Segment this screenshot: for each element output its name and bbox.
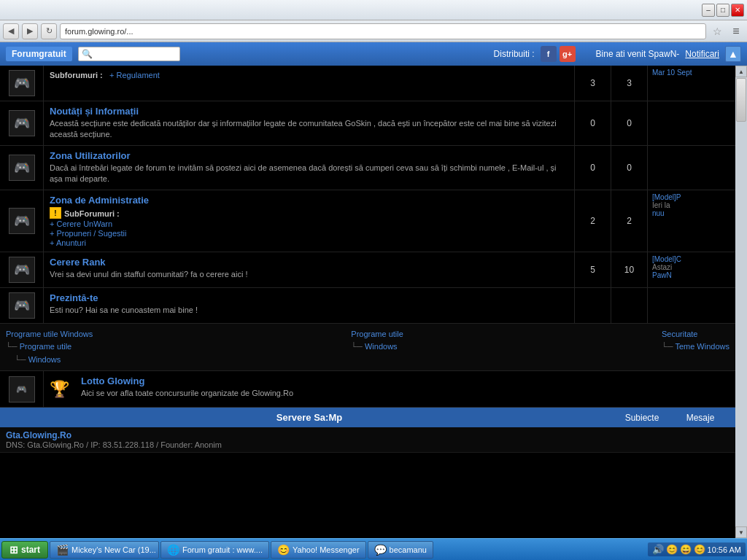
- forward-button[interactable]: ▶: [22, 23, 38, 39]
- close-button[interactable]: ✕: [731, 4, 744, 17]
- forum-icon-prezinta: 🎮: [0, 288, 44, 323]
- cs-icon-rank: 🎮: [9, 257, 35, 283]
- servers-title: Servere Sa:Mp: [6, 412, 613, 423]
- title-bar: – □ ✕: [0, 0, 747, 20]
- cat-sub1-center[interactable]: Windows: [365, 342, 398, 351]
- forum-desc-prezinta: Esti nou? Hai sa ne cunoastem mai bine !: [50, 305, 568, 316]
- last-post-user-3: nuu: [652, 209, 665, 217]
- distribuiti-label: Distribuiti :: [494, 49, 535, 59]
- forum-info-noutati: Noutăți și Informații Această secțiune e…: [44, 101, 575, 145]
- forum-count-posts-0: 3: [611, 66, 648, 101]
- taskbar-item-3[interactable]: 💬 becamanu: [368, 541, 433, 559]
- taskbar-icon-1: 🌐: [167, 544, 179, 556]
- taskbar-label-0: Mickey's New Car (19...: [71, 545, 156, 554]
- forum-title-noutati[interactable]: Noutăți și Informații: [50, 106, 139, 117]
- forum-icon-regulament: 🎮: [0, 66, 44, 101]
- forum-icon-noutati: 🎮: [0, 101, 44, 145]
- refresh-button[interactable]: ↻: [41, 23, 57, 39]
- forum-count-posts-5: [611, 288, 648, 323]
- taskbar-right: 🔊 😊 😄 😊 10:56 AM: [648, 542, 746, 556]
- forum-count-topics-5: [575, 288, 611, 323]
- subforum-anunturi[interactable]: Anunturi: [50, 238, 568, 247]
- forum-count-topics-4: 5: [575, 252, 611, 287]
- cs-icon: 🎮: [9, 70, 35, 96]
- forum-info-prezinta: Prezintă-te Esti nou? Hai sa ne cunoaste…: [44, 288, 575, 323]
- taskbar-icon-2: 😊: [277, 544, 290, 556]
- scroll-arrow-down[interactable]: ▼: [735, 526, 747, 538]
- search-box[interactable]: 🔍: [78, 47, 180, 61]
- servers-col-mesaje: Mesaje: [671, 413, 729, 423]
- forum-title-utilizatori[interactable]: Zona Utilizatorilor: [50, 150, 131, 161]
- notificari-button[interactable]: Notificari: [685, 49, 719, 59]
- forum-last-3: [Model]P Ieri la nuu: [648, 190, 735, 252]
- servers-col-subiecte: Subiecte: [613, 413, 671, 423]
- taskbar-label-1: Forum gratuit : www....: [182, 545, 263, 554]
- forum-icon-utilizatori: 🎮: [0, 146, 44, 190]
- googleplus-icon[interactable]: g+: [560, 46, 576, 62]
- taskbar-label-3: becamanu: [390, 545, 427, 554]
- last-post-text-0: Mar 10 Sept: [652, 69, 731, 77]
- forum-desc-noutati: Această secțiune este dedicată noutățilo…: [50, 118, 568, 141]
- cat-sub1-left[interactable]: Programe utile: [20, 342, 72, 351]
- subforums-label-admin: SubForumuri :: [64, 209, 120, 218]
- forum-row-rank: 🎮 Cerere Rank Vrei sa devi unul din staf…: [0, 252, 735, 288]
- cat-root-right[interactable]: Securitate: [662, 330, 698, 338]
- search-icon: 🔍: [82, 49, 93, 59]
- server-info-gta: DNS: Gta.Glowing.Ro / IP: 83.51.228.118 …: [6, 440, 729, 449]
- facebook-icon[interactable]: f: [541, 46, 557, 62]
- forum-icon-admin: 🎮: [0, 190, 44, 252]
- start-button[interactable]: ⊞ start: [1, 541, 48, 559]
- subforum-unwarn[interactable]: Cerere UnWarn: [50, 219, 568, 228]
- last-post-3: [Model]P: [652, 193, 681, 201]
- forum-logo[interactable]: Forumgratuit: [6, 47, 72, 61]
- category-section: Programe utile Windows └─ Programe utile…: [0, 324, 735, 372]
- address-bar[interactable]: forum.glowing.ro/...: [60, 23, 706, 39]
- lotto-icon-cell: 🎮: [0, 371, 44, 407]
- lotto-title[interactable]: Lotto Glowing: [81, 376, 144, 386]
- forum-count-topics-3: 2: [575, 190, 611, 252]
- start-label: start: [21, 545, 40, 555]
- forum-last-1: [648, 101, 735, 145]
- cat-root-center[interactable]: Programe utile: [351, 330, 403, 338]
- forum-last-2: [648, 146, 735, 190]
- back-button[interactable]: ◀: [3, 23, 19, 39]
- maximize-button[interactable]: □: [716, 4, 729, 17]
- forum-row-regulament: 🎮 Subforumuri : Regulament 3 3 Mar 10 Se…: [0, 66, 735, 101]
- last-post-date-4: Astazi: [652, 263, 672, 271]
- server-name-gta[interactable]: Gta.Glowing.Ro: [6, 430, 71, 440]
- star-button[interactable]: ☆: [709, 23, 725, 39]
- cs-icon-prezinta: 🎮: [9, 292, 35, 319]
- tray-icon-3: 😊: [694, 544, 705, 555]
- up-button[interactable]: ▲: [725, 46, 741, 62]
- cat-sub2-left[interactable]: Windows: [28, 355, 61, 364]
- server-row-gta: Gta.Glowing.Ro DNS: Gta.Glowing.Ro / IP:…: [0, 427, 735, 453]
- address-text: forum.glowing.ro/...: [65, 27, 133, 36]
- scroll-track: ▲ ▼: [735, 66, 747, 538]
- last-post-4: [Model]C: [652, 255, 681, 263]
- forum-desc-utilizatori: Dacă ai întrebări legate de forum te inv…: [50, 163, 568, 185]
- forum-info-utilizatori: Zona Utilizatorilor Dacă ai întrebări le…: [44, 146, 575, 190]
- minimize-button[interactable]: –: [702, 4, 715, 17]
- cat-root-left[interactable]: Programe utile Windows: [6, 330, 93, 338]
- forum-count-posts-3: 2: [611, 190, 648, 252]
- forum-title-admin[interactable]: Zona de Administratie: [50, 195, 149, 206]
- subforum-propuneri[interactable]: Propuneri / Sugestii: [50, 229, 568, 238]
- cs-icon-admin: 🎮: [9, 208, 35, 234]
- scroll-arrow-up[interactable]: ▲: [735, 66, 747, 77]
- cat-sub1-right[interactable]: Teme Windows: [675, 342, 729, 351]
- regulament-link[interactable]: Regulament: [109, 71, 160, 79]
- forum-row-utilizatori: 🎮 Zona Utilizatorilor Dacă ai întrebări …: [0, 146, 735, 190]
- lotto-info: Lotto Glowing Aici se vor afla toate con…: [75, 371, 735, 407]
- taskbar-item-1[interactable]: 🌐 Forum gratuit : www....: [160, 541, 269, 559]
- taskbar-item-0[interactable]: 🎬 Mickey's New Car (19...: [50, 541, 159, 559]
- tray-icon-2: 😄: [680, 544, 692, 555]
- forum-last-5: [648, 288, 735, 323]
- forum-title-prezinta[interactable]: Prezintă-te: [50, 292, 98, 303]
- forum-count-posts-2: 0: [611, 146, 648, 190]
- scroll-thumb[interactable]: [736, 78, 746, 122]
- forum-title-rank[interactable]: Cerere Rank: [50, 257, 106, 268]
- taskbar-item-2[interactable]: 😊 Yahoo! Messenger: [271, 541, 366, 559]
- taskbar: ⊞ start 🎬 Mickey's New Car (19... 🌐 Foru…: [0, 538, 747, 560]
- menu-button[interactable]: ≡: [728, 23, 744, 39]
- lotto-desc: Aici se vor afla toate concursurile orga…: [81, 388, 729, 399]
